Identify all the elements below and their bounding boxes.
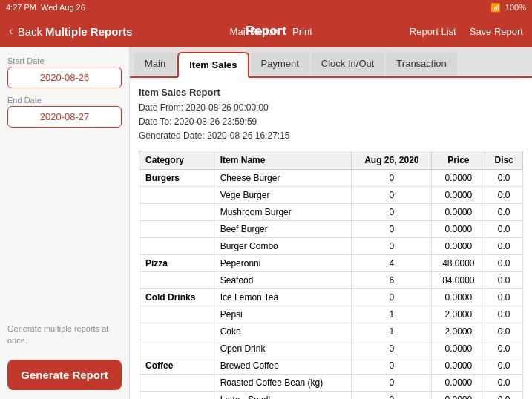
end-date-input[interactable]: 2020-08-27 xyxy=(7,106,122,128)
item-name-cell: Cheese Burger xyxy=(214,170,352,187)
qty-cell: 0 xyxy=(352,170,432,187)
category-cell xyxy=(139,306,214,323)
price-cell: 0.0000 xyxy=(432,204,485,221)
item-name-cell: Open Drink xyxy=(214,340,352,357)
category-cell xyxy=(139,392,214,399)
battery-label: 100% xyxy=(505,3,526,12)
top-nav: ‹ Back Multiple Reports Mail Report Prin… xyxy=(0,15,532,47)
back-arrow-icon: ‹ xyxy=(9,24,13,39)
disc-cell: 0.0 xyxy=(485,170,523,187)
disc-cell: 0.0 xyxy=(485,272,523,289)
category-cell xyxy=(139,375,214,392)
report-table: Category Item Name Aug 26, 2020 Price Di… xyxy=(139,151,523,399)
sidebar: Start Date 2020-08-26 End Date 2020-08-2… xyxy=(0,47,130,399)
table-row: BurgersCheese Burger00.00000.0 xyxy=(139,170,523,187)
table-row: Vege Burger00.00000.0 xyxy=(139,187,523,204)
nav-actions-right: Report List Save Report xyxy=(410,26,523,37)
qty-cell: 0 xyxy=(352,357,432,375)
table-row: Mushroom Burger00.00000.0 xyxy=(139,204,523,221)
disc-cell: 0.0 xyxy=(485,357,523,375)
price-cell: 0.0000 xyxy=(432,170,485,187)
content-area: Main Item Sales Payment Clock In/Out Tra… xyxy=(130,47,532,399)
price-cell: 0.0000 xyxy=(432,289,485,306)
price-cell: 0.0000 xyxy=(432,357,485,375)
disc-cell: 0.0 xyxy=(485,375,523,392)
report-list-btn[interactable]: Report List xyxy=(410,26,456,37)
qty-cell: 6 xyxy=(352,272,432,289)
item-name-cell: Roasted Coffee Bean (kg) xyxy=(214,375,352,392)
item-name-cell: Mushroom Burger xyxy=(214,204,352,221)
table-row: Cold DrinksIce Lemon Tea00.00000.0 xyxy=(139,289,523,306)
qty-cell: 0 xyxy=(352,392,432,399)
price-cell: 0.0000 xyxy=(432,221,485,238)
end-date-section: End Date 2020-08-27 xyxy=(7,96,122,128)
item-name-cell: Beef Burger xyxy=(214,221,352,238)
item-name-cell: Ice Lemon Tea xyxy=(214,289,352,306)
status-time: 4:27 PM Wed Aug 26 xyxy=(6,3,85,12)
table-row: Beef Burger00.00000.0 xyxy=(139,221,523,238)
category-cell: Coffee xyxy=(139,357,214,375)
price-cell: 48.0000 xyxy=(432,255,485,272)
wifi-icon: 📶 xyxy=(490,3,501,13)
item-name-cell: Seafood xyxy=(214,272,352,289)
item-name-cell: Peperonni xyxy=(214,255,352,272)
table-row: CoffeeBrewed Coffee00.00000.0 xyxy=(139,357,523,375)
tab-clock-in-out[interactable]: Clock In/Out xyxy=(311,52,385,76)
generate-report-button[interactable]: Generate Report xyxy=(7,360,122,390)
table-row: PizzaPeperonni448.00000.0 xyxy=(139,255,523,272)
table-row: Open Drink00.00000.0 xyxy=(139,340,523,357)
col-disc: Disc xyxy=(485,151,523,170)
disc-cell: 0.0 xyxy=(485,340,523,357)
category-cell xyxy=(139,323,214,340)
main-layout: Start Date 2020-08-26 End Date 2020-08-2… xyxy=(0,47,532,399)
category-cell xyxy=(139,221,214,238)
start-date-input[interactable]: 2020-08-26 xyxy=(7,67,122,88)
price-cell: 0.0000 xyxy=(432,392,485,399)
nav-left[interactable]: ‹ Back Multiple Reports xyxy=(9,24,133,39)
category-cell xyxy=(139,238,214,255)
category-cell xyxy=(139,340,214,357)
report-header: Item Sales Report Date From: 2020-08-26 … xyxy=(139,85,523,143)
table-row: Burger Combo00.00000.0 xyxy=(139,238,523,255)
disc-cell: 0.0 xyxy=(485,204,523,221)
price-cell: 0.0000 xyxy=(432,340,485,357)
disc-cell: 0.0 xyxy=(485,306,523,323)
tab-transaction[interactable]: Transaction xyxy=(386,52,456,76)
save-report-btn[interactable]: Save Report xyxy=(470,26,523,37)
tab-item-sales[interactable]: Item Sales xyxy=(177,52,249,78)
category-cell: Cold Drinks xyxy=(139,289,214,306)
qty-cell: 0 xyxy=(352,187,432,204)
price-cell: 84.0000 xyxy=(432,272,485,289)
category-cell: Burgers xyxy=(139,170,214,187)
status-bar: 4:27 PM Wed Aug 26 📶 100% xyxy=(0,0,532,15)
report-date-from: Date From: 2020-08-26 00:00:00 xyxy=(139,101,523,115)
sidebar-hint: Generate multiple reports at once. xyxy=(7,323,122,346)
qty-cell: 0 xyxy=(352,289,432,306)
tab-main[interactable]: Main xyxy=(134,52,176,76)
disc-cell: 0.0 xyxy=(485,392,523,399)
report-content: Item Sales Report Date From: 2020-08-26 … xyxy=(130,78,532,399)
col-date: Aug 26, 2020 xyxy=(352,151,432,170)
qty-cell: 1 xyxy=(352,306,432,323)
report-title: Report xyxy=(246,24,286,39)
tab-payment[interactable]: Payment xyxy=(251,52,309,76)
disc-cell: 0.0 xyxy=(485,289,523,306)
qty-cell: 0 xyxy=(352,375,432,392)
section-label: Multiple Reports xyxy=(45,25,133,38)
qty-cell: 0 xyxy=(352,204,432,221)
table-row: Coke12.00000.0 xyxy=(139,323,523,340)
item-name-cell: Vege Burger xyxy=(214,187,352,204)
category-cell: Pizza xyxy=(139,255,214,272)
price-cell: 2.0000 xyxy=(432,306,485,323)
end-date-label: End Date xyxy=(7,96,122,105)
back-label[interactable]: Back xyxy=(18,25,42,38)
report-generated-date: Generated Date: 2020-08-26 16:27:15 xyxy=(139,129,523,143)
print-btn[interactable]: Print xyxy=(292,26,312,37)
price-cell: 0.0000 xyxy=(432,375,485,392)
tabs-bar: Main Item Sales Payment Clock In/Out Tra… xyxy=(130,47,532,78)
col-item-name: Item Name xyxy=(214,151,352,170)
category-cell xyxy=(139,187,214,204)
price-cell: 0.0000 xyxy=(432,187,485,204)
item-name-cell: Coke xyxy=(214,323,352,340)
disc-cell: 0.0 xyxy=(485,255,523,272)
